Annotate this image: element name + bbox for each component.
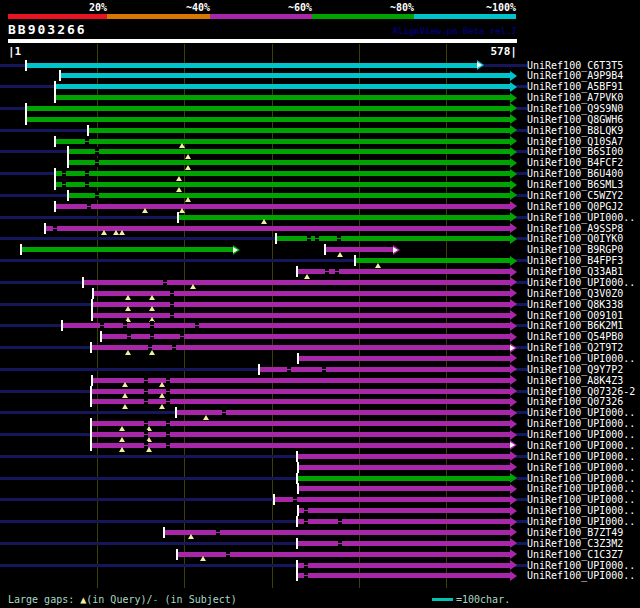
hit-bar[interactable] [325, 247, 393, 252]
hit-label[interactable]: UniRef100_B7ZT49 [527, 528, 623, 538]
arrow-right-icon [510, 364, 517, 374]
hit-label[interactable]: UniRef100_UPI000.. [527, 506, 635, 516]
hit-label[interactable]: UniRef100_B6SI00 [527, 147, 623, 157]
hit-bar[interactable] [83, 280, 510, 285]
hit-bar[interactable] [68, 193, 510, 198]
hit-label[interactable]: UniRef100_A8K4Z3 [527, 376, 623, 386]
hit-label[interactable]: UniRef100_UPI000.. [527, 495, 635, 505]
hit-label[interactable]: UniRef100_A7PVK0 [527, 93, 623, 103]
hit-bar[interactable] [21, 247, 233, 252]
hit-label[interactable]: UniRef100_UPI000.. [527, 517, 635, 527]
subject-gap-dash [166, 397, 170, 406]
hit-bar[interactable] [91, 389, 510, 394]
hit-label[interactable]: UniRef100_Q2T9T2 [527, 343, 623, 353]
subject-gap-dash [304, 561, 308, 570]
hit-bar[interactable] [276, 236, 510, 241]
hit-label[interactable]: UniRef100_B8LQK9 [527, 126, 623, 136]
hit-label[interactable]: UniRef100_Q0IYK0 [527, 234, 623, 244]
hit-bar[interactable] [55, 95, 510, 100]
hit-label[interactable]: UniRef100_C1C3Z7 [527, 550, 623, 560]
arrow-right-icon [510, 527, 517, 537]
hit-label[interactable]: UniRef100_Q9Y7P2 [527, 365, 623, 375]
hit-bar[interactable] [60, 73, 510, 78]
hit-label[interactable]: UniRef100_UPI000.. [527, 484, 635, 494]
hit-bar[interactable] [298, 486, 510, 491]
hit-label[interactable]: UniRef100_Q0PGJ2 [527, 202, 623, 212]
hit-bar[interactable] [274, 497, 510, 502]
hit-bar[interactable] [91, 432, 510, 437]
hit-label[interactable]: UniRef100_C5WZY2 [527, 191, 623, 201]
hit-bar[interactable] [93, 291, 510, 296]
hit-label[interactable]: UniRef100_UPI000.. [527, 463, 635, 473]
hit-label[interactable]: UniRef100_UPI000.. [527, 354, 635, 364]
hit-bar[interactable] [298, 508, 510, 513]
hit-label[interactable]: UniRef100_Q07326-2 [527, 387, 635, 397]
hit-label[interactable]: UniRef100_Q54PB0 [527, 332, 623, 342]
arrow-right-icon [510, 103, 517, 113]
hit-label[interactable]: UniRef100_Q33AB1 [527, 267, 623, 277]
hit-bar[interactable] [298, 465, 510, 470]
hit-bar[interactable] [62, 323, 510, 328]
hit-label[interactable]: UniRef100_UPI000.. [527, 278, 635, 288]
hit-label[interactable]: UniRef100_B6SML3 [527, 180, 623, 190]
hit-bar[interactable] [55, 204, 510, 209]
hit-bar[interactable] [176, 410, 510, 415]
hit-label[interactable]: UniRef100_UPI000.. [527, 561, 635, 571]
hit-bar[interactable] [297, 476, 510, 481]
hit-label[interactable]: UniRef100_A9SSP8 [527, 224, 623, 234]
hit-bar[interactable] [88, 128, 510, 133]
hit-label[interactable]: UniRef100_UPI000.. [527, 213, 635, 223]
hit-bar[interactable] [259, 367, 510, 372]
hit-bar[interactable] [55, 139, 510, 144]
hit-bar[interactable] [91, 421, 510, 426]
hit-label[interactable]: UniRef100_B9RGP0 [527, 245, 623, 255]
hit-bar[interactable] [178, 215, 510, 220]
hit-label[interactable]: UniRef100_B6U400 [527, 169, 623, 179]
hit-label[interactable]: UniRef100_UPI000.. [527, 571, 635, 581]
hit-label[interactable]: UniRef100_Q10SA7 [527, 137, 623, 147]
hit-label[interactable]: UniRef100_A5BF91 [527, 82, 623, 92]
hit-label[interactable]: UniRef100_Q3V0Z0 [527, 289, 623, 299]
hit-bar[interactable] [92, 378, 510, 383]
hit-label[interactable]: UniRef100_B4FCF2 [527, 158, 623, 168]
hit-bar[interactable] [297, 563, 510, 568]
hit-label[interactable]: UniRef100_Q8K338 [527, 300, 623, 310]
hit-label[interactable]: UniRef100_Q9S9N0 [527, 104, 623, 114]
hit-bar[interactable] [297, 519, 510, 524]
hit-label[interactable]: UniRef100_UPI000.. [527, 452, 635, 462]
hit-label[interactable]: UniRef100_UPI000.. [527, 419, 635, 429]
hit-bar[interactable] [298, 356, 510, 361]
hit-bar[interactable] [68, 149, 510, 154]
hit-label[interactable]: UniRef100_C6T3T5 [527, 61, 623, 71]
arrow-right-icon [510, 71, 517, 81]
hit-label[interactable]: UniRef100_UPI000.. [527, 430, 635, 440]
subject-gap-dash [62, 169, 66, 178]
hit-label[interactable]: UniRef100_B6K2M1 [527, 321, 623, 331]
hit-label[interactable]: UniRef100_B4FPF3 [527, 256, 623, 266]
hit-bar[interactable] [26, 63, 477, 68]
hit-label[interactable]: UniRef100_Q8GWH6 [527, 115, 623, 125]
subject-gap-dash [315, 234, 319, 243]
hit-bar[interactable] [68, 160, 510, 165]
hit-bar[interactable] [26, 117, 510, 122]
hit-bar[interactable] [26, 106, 510, 111]
arrow-right-icon [510, 408, 517, 418]
hit-bar[interactable] [297, 454, 510, 459]
hit-bar[interactable] [55, 182, 510, 187]
hit-label[interactable]: UniRef100_O09101 [527, 311, 623, 321]
hit-bar[interactable] [55, 171, 510, 176]
segment-start-tick [90, 386, 92, 397]
hit-label[interactable]: UniRef100_UPI000.. [527, 408, 635, 418]
hit-bar[interactable] [91, 399, 510, 404]
hit-bar[interactable] [297, 541, 510, 546]
hit-label[interactable]: UniRef100_UPI000.. [527, 474, 635, 484]
hit-label[interactable]: UniRef100_C3Z3M2 [527, 539, 623, 549]
hit-label[interactable]: UniRef100_Q07326 [527, 397, 623, 407]
hit-bar[interactable] [297, 573, 510, 578]
hit-bar[interactable] [101, 334, 510, 339]
hit-bar[interactable] [91, 443, 510, 448]
hit-label[interactable]: UniRef100_A9P9B4 [527, 71, 623, 81]
hit-bar[interactable] [55, 84, 510, 89]
hit-label[interactable]: UniRef100_UPI000.. [527, 441, 635, 451]
subject-gap-dash [85, 137, 89, 146]
